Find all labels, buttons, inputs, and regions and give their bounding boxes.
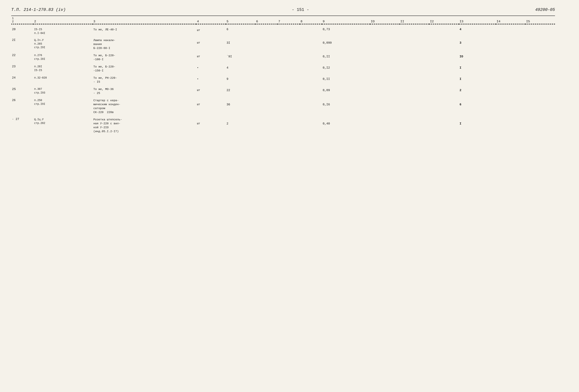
col-header-1: 12 — [11, 16, 33, 24]
header-right: 49200-05 — [535, 7, 555, 12]
row-num: 23 — [11, 64, 33, 73]
row-unit: шт — [196, 98, 226, 115]
col-header-12: I2 — [429, 16, 459, 24]
row-qty: 22 — [226, 87, 255, 96]
main-table-wrap: 12 2 3 4 5 6 7 8 9 IO II I2 I3 I4 I5 — [11, 15, 555, 149]
row-total: IO — [459, 53, 496, 62]
document-page: Т.П. 214-1-270.83 (iv) - 151 - 49200-05 … — [11, 7, 555, 149]
row-num: 22 — [11, 53, 33, 62]
row-qty: 4 — [226, 64, 255, 73]
table-row: 24 п.32-028 То же, РН-220-- I5 ▪ 9 0,II … — [11, 75, 555, 84]
row-ref: п.250стр.I9I — [33, 98, 93, 115]
col-header-13: I3 — [459, 16, 496, 24]
col-header-9: 9 — [322, 16, 370, 24]
document-header: Т.П. 214-1-270.83 (iv) - 151 - 49200-05 — [11, 7, 555, 12]
row-num: 20 — [11, 27, 33, 36]
row-unit: шт — [196, 38, 226, 51]
row-total: I — [459, 64, 496, 73]
row-desc: То же, РН-220-- I5 — [93, 75, 196, 84]
row-price: 0,40 — [322, 117, 370, 134]
row-desc: То же, МО-36- 25 — [93, 87, 196, 96]
row-desc: То же, Б-220--150-I — [93, 64, 196, 73]
row-price: 0,09 — [322, 87, 370, 96]
table-row: 22 п.276стр.I8I То же, Б-220--100-I шт `… — [11, 53, 555, 62]
row-qty: 6 — [226, 27, 255, 36]
row-price: 0,099 — [322, 38, 370, 51]
row-ref: I5-I5п.I-04I — [33, 27, 93, 36]
col-header-4: 4 — [196, 16, 226, 24]
table-row: 20 I5-I5п.I-04I То же, ЛЕ-40-I шт 6 0,73… — [11, 27, 555, 36]
row-desc: То же, ЛЕ-40-I — [93, 27, 196, 36]
row-qty: 2 — [226, 117, 255, 134]
col-header-15: I5 — [525, 16, 555, 24]
col-header-5: 5 — [226, 16, 255, 24]
table-row: 26 п.250стр.I9I Стартер с кера-мическим … — [11, 98, 555, 115]
row-unit: шт — [196, 117, 226, 134]
row-num: 2I — [11, 38, 33, 51]
row-price: 0,I6 — [322, 98, 370, 115]
col-header-7: 7 — [278, 16, 300, 24]
row-qty: 9 — [226, 75, 255, 84]
row-ref: п.32-028 — [33, 75, 93, 84]
col-header-10: IO — [370, 16, 400, 24]
row-total: I — [459, 75, 496, 84]
row-unit: шт — [196, 53, 226, 62]
column-headers: 12 2 3 4 5 6 7 8 9 IO II I2 I3 I4 I5 — [11, 16, 555, 24]
row-price: 0,I2 — [322, 64, 370, 73]
col-header-14: I4 — [496, 16, 525, 24]
row-ref: Ц.Iц.Устр.202 — [33, 117, 93, 134]
col-header-3: 3 — [93, 16, 196, 24]
row-desc: Стартер с кера-мическим конден-саторомСК… — [93, 98, 196, 115]
row-ref: п.276стр.I8I — [33, 53, 93, 62]
row-num: 25 — [11, 87, 33, 96]
row-num: · 27 — [11, 117, 33, 134]
row-ref: Ц.Iч.Уп.265стр.I9I — [33, 38, 93, 51]
row-qty: `9I — [226, 53, 255, 62]
col-header-8: 8 — [300, 16, 322, 24]
row-desc: Лампа накали-ванияБ-220-60-I — [93, 38, 196, 51]
row-total: 3 — [459, 38, 496, 51]
row-ref: п.307стр.I93 — [33, 87, 93, 96]
col-header-6: 6 — [255, 16, 278, 24]
col-header-2: 2 — [33, 16, 93, 24]
row-desc: То же, Б-220--100-I — [93, 53, 196, 62]
row-unit: шт — [196, 87, 226, 96]
row-unit: шт — [196, 27, 226, 36]
row-price: 0,II — [322, 75, 370, 84]
table-row: 2I Ц.Iч.Уп.265стр.I9I Лампа накали-вания… — [11, 38, 555, 51]
row-qty: 3I — [226, 38, 255, 51]
row-total: 6 — [459, 98, 496, 115]
main-table: 12 2 3 4 5 6 7 8 9 IO II I2 I3 I4 I5 — [11, 15, 555, 149]
col-header-11: II — [400, 16, 429, 24]
row-desc: Розетка штепсель-ная У-220 с вил-кой У-2… — [93, 117, 196, 134]
row-qty: 36 — [226, 98, 255, 115]
header-center: - 151 - — [292, 7, 309, 12]
header-left: Т.П. 214-1-270.83 (iv) — [11, 7, 66, 12]
row-total: 4 — [459, 27, 496, 36]
table-row: 23 п.28II5-I5 То же, Б-220--150-I ▪ 4 0,… — [11, 64, 555, 73]
table-row: 25 п.307стр.I93 То же, МО-36- 25 шт 22 0… — [11, 87, 555, 96]
row-num: 24 — [11, 75, 33, 84]
row-price: 0,73 — [322, 27, 370, 36]
row-total: 2 — [459, 87, 496, 96]
row-total: I — [459, 117, 496, 134]
row-unit: ▪ — [196, 64, 226, 73]
row-ref: п.28II5-I5 — [33, 64, 93, 73]
row-num: 26 — [11, 98, 33, 115]
table-row: · 27 Ц.Iц.Устр.202 Розетка штепсель-ная … — [11, 117, 555, 134]
row-price: 0,II — [322, 53, 370, 62]
row-unit: ▪ — [196, 75, 226, 84]
